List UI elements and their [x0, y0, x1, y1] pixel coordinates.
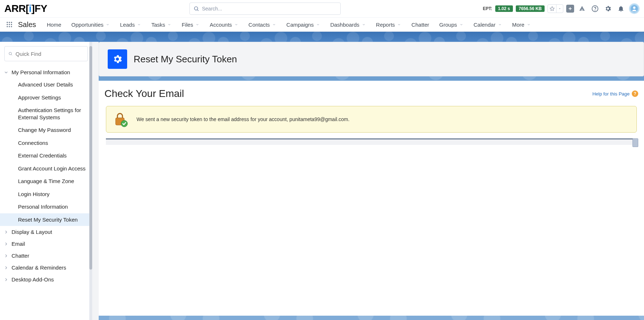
- sidebar-section-label: Desktop Add-Ons: [12, 276, 54, 283]
- sidebar-section-display-layout[interactable]: Display & Layout: [0, 226, 92, 238]
- search-icon: [193, 6, 199, 12]
- nav-item-label: Campaigns: [286, 22, 314, 28]
- nav-item-label: Contacts: [249, 22, 270, 28]
- nav-item-home[interactable]: Home: [42, 18, 66, 31]
- sidebar-item-authentication-settings-for-external-systems[interactable]: Authentication Settings for External Sys…: [0, 104, 92, 124]
- nav-item-reports[interactable]: Reports: [371, 18, 407, 31]
- sidebar-section-calendar-reminders[interactable]: Calendar & Reminders: [0, 262, 92, 274]
- add-button[interactable]: [566, 5, 574, 13]
- chevron-down-icon: [4, 70, 9, 75]
- nav-item-campaigns[interactable]: Campaigns: [281, 18, 325, 31]
- sidebar-section-chatter[interactable]: Chatter: [0, 250, 92, 262]
- sidebar-item-personal-information[interactable]: Personal Information: [0, 200, 92, 213]
- svg-point-17: [11, 26, 12, 27]
- nav-item-opportunities[interactable]: Opportunities: [66, 18, 115, 31]
- nav-item-label: Opportunities: [71, 22, 103, 28]
- logo-text-left: ARR: [4, 3, 26, 14]
- sidebar-section-email[interactable]: Email: [0, 238, 92, 250]
- nav-item-leads[interactable]: Leads: [115, 18, 146, 31]
- svg-point-9: [7, 22, 8, 23]
- svg-point-18: [9, 52, 12, 55]
- sidebar-section-label: Email: [12, 241, 25, 247]
- favorite-button[interactable]: [547, 4, 563, 13]
- sidebar-section-label: My Personal Information: [12, 69, 70, 75]
- sidebar-item-approver-settings[interactable]: Approver Settings: [0, 91, 92, 104]
- nav-item-chatter[interactable]: Chatter: [406, 18, 434, 31]
- quick-find[interactable]: [4, 46, 88, 61]
- notifications-button[interactable]: [616, 4, 626, 14]
- nav-item-label: Chatter: [411, 22, 429, 28]
- sidebar-item-login-history[interactable]: Login History: [0, 188, 92, 201]
- nav-item-groups[interactable]: Groups: [434, 18, 469, 31]
- nav-item-accounts[interactable]: Accounts: [205, 18, 243, 31]
- chevron-down-icon: [167, 22, 171, 27]
- sidebar-item-language-time-zone[interactable]: Language & Time Zone: [0, 175, 92, 188]
- global-search-input[interactable]: [202, 6, 337, 12]
- sidebar-section-desktop-add-ons[interactable]: Desktop Add-Ons: [0, 274, 92, 285]
- svg-point-12: [7, 24, 8, 25]
- nav-item-label: Home: [47, 22, 61, 28]
- user-avatar[interactable]: [629, 3, 640, 14]
- nav-item-contacts[interactable]: Contacts: [243, 18, 281, 31]
- sidebar-item-connections[interactable]: Connections: [0, 137, 92, 150]
- chevron-down-icon: [137, 22, 141, 27]
- sidebar-item-reset-my-security-token[interactable]: Reset My Security Token: [0, 213, 92, 226]
- app-name: Sales: [16, 18, 42, 31]
- chevron-down-icon: [234, 22, 238, 27]
- help-button[interactable]: [590, 4, 600, 14]
- chevron-right-icon: [4, 253, 9, 258]
- logo-bracket-left: [: [26, 3, 29, 14]
- svg-marker-2: [550, 6, 554, 10]
- svg-point-10: [9, 22, 10, 23]
- chevron-down-icon: [556, 5, 563, 13]
- nav-item-label: Files: [182, 22, 193, 28]
- sidebar-item-grant-account-login-access[interactable]: Grant Account Login Access: [0, 162, 92, 175]
- content-title: Check Your Email: [104, 88, 184, 99]
- sidebar-section-label: Display & Layout: [12, 229, 52, 235]
- sidebar-item-advanced-user-details[interactable]: Advanced User Details: [0, 78, 92, 91]
- sidebar-item-external-credentials[interactable]: External Credentials: [0, 149, 92, 162]
- svg-point-15: [7, 26, 8, 27]
- nav-item-tasks[interactable]: Tasks: [146, 18, 176, 31]
- nav-item-calendar[interactable]: Calendar: [469, 18, 507, 31]
- gear-icon: [604, 5, 612, 12]
- nav-item-files[interactable]: Files: [176, 18, 205, 31]
- app-launcher[interactable]: [3, 18, 16, 31]
- nav-item-dashboards[interactable]: Dashboards: [325, 18, 371, 31]
- page-title: Reset My Security Token: [134, 54, 237, 65]
- logo-text-right: FY: [35, 3, 47, 14]
- chevron-down-icon: [195, 22, 200, 27]
- sidebar-scrollbar-thumb[interactable]: [89, 46, 92, 270]
- chevron-down-icon: [316, 22, 320, 27]
- ept-time-badge: 1.02 s: [495, 5, 513, 12]
- chevron-right-icon: [4, 277, 9, 282]
- chevron-right-icon: [4, 265, 9, 270]
- avatar-icon: [630, 5, 638, 13]
- setup-button[interactable]: [603, 4, 613, 14]
- global-search[interactable]: [189, 3, 341, 15]
- plus-icon: [568, 6, 573, 11]
- nav-item-label: Dashboards: [330, 22, 359, 28]
- question-icon: [591, 5, 599, 12]
- trailhead-icon: [578, 5, 586, 12]
- collapse-tab[interactable]: [632, 138, 638, 147]
- chevron-down-icon: [362, 22, 366, 27]
- nav-item-label: Leads: [120, 22, 135, 28]
- sidebar-section-label: Calendar & Reminders: [12, 265, 66, 271]
- apps-icon: [6, 21, 13, 28]
- app-logo: ARR[i]FY: [4, 3, 47, 14]
- nav-item-label: Groups: [439, 22, 457, 28]
- help-link-text: Help for this Page: [592, 91, 630, 97]
- nav-item-label: Tasks: [151, 22, 165, 28]
- sidebar-item-change-my-password[interactable]: Change My Password: [0, 124, 92, 137]
- trailhead-button[interactable]: [577, 4, 587, 14]
- help-for-this-page-link[interactable]: Help for this Page ?: [592, 90, 638, 97]
- quick-find-input[interactable]: [15, 51, 84, 57]
- svg-point-13: [9, 24, 10, 25]
- svg-point-16: [9, 26, 10, 27]
- page-header: Reset My Security Token: [99, 42, 644, 76]
- sidebar-section-my-personal-information[interactable]: My Personal Information: [0, 66, 92, 78]
- nav-item-more[interactable]: More: [507, 18, 536, 31]
- chevron-down-icon: [459, 22, 464, 27]
- svg-point-8: [633, 6, 635, 9]
